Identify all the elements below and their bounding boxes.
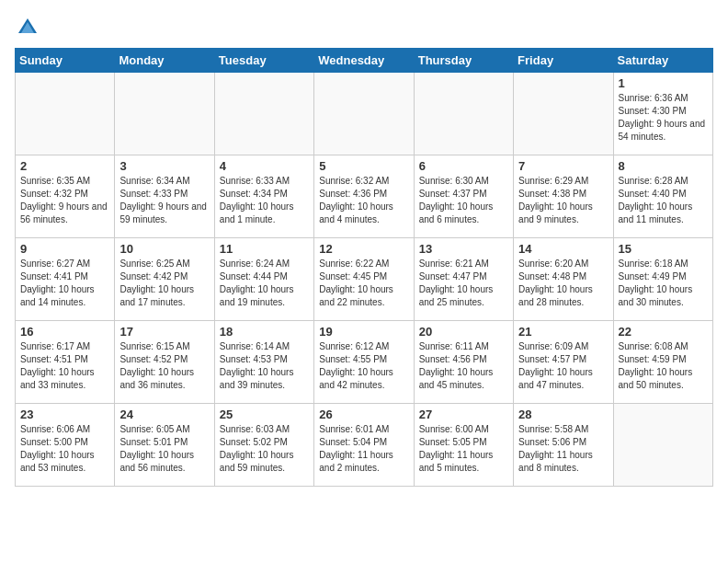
calendar-cell-w1-d2: 4Sunrise: 6:33 AM Sunset: 4:34 PM Daylig… [214,155,313,238]
day-info: Sunrise: 6:22 AM Sunset: 4:45 PM Dayligh… [319,258,408,309]
day-info: Sunrise: 6:33 AM Sunset: 4:34 PM Dayligh… [220,175,309,226]
day-number: 16 [20,325,109,339]
day-info: Sunrise: 6:36 AM Sunset: 4:30 PM Dayligh… [619,92,708,144]
calendar-cell-w4-d0: 23Sunrise: 6:06 AM Sunset: 5:00 PM Dayli… [16,404,115,487]
calendar: SundayMondayTuesdayWednesdayThursdayFrid… [15,48,713,487]
day-number: 3 [119,159,209,173]
day-info: Sunrise: 6:30 AM Sunset: 4:37 PM Dayligh… [419,175,508,226]
header [15,15,713,40]
day-number: 25 [220,408,309,421]
day-info: Sunrise: 6:21 AM Sunset: 4:47 PM Dayligh… [419,258,508,309]
day-number: 21 [518,325,608,339]
day-number: 28 [518,408,608,421]
day-info: Sunrise: 6:20 AM Sunset: 4:48 PM Dayligh… [518,258,608,309]
day-info: Sunrise: 6:25 AM Sunset: 4:42 PM Dayligh… [119,258,209,309]
logo [15,15,44,40]
day-number: 2 [20,159,109,173]
weekday-header-row: SundayMondayTuesdayWednesdayThursdayFrid… [16,49,713,73]
day-info: Sunrise: 6:03 AM Sunset: 5:02 PM Dayligh… [220,423,309,475]
calendar-cell-w4-d2: 25Sunrise: 6:03 AM Sunset: 5:02 PM Dayli… [214,404,313,487]
calendar-cell-w2-d1: 10Sunrise: 6:25 AM Sunset: 4:42 PM Dayli… [115,238,214,321]
calendar-cell-w2-d4: 13Sunrise: 6:21 AM Sunset: 4:47 PM Dayli… [414,238,513,321]
calendar-cell-w1-d1: 3Sunrise: 6:34 AM Sunset: 4:33 PM Daylig… [115,155,214,238]
calendar-cell-w0-d1 [115,73,214,155]
weekday-header-monday: Monday [115,49,214,73]
calendar-cell-w3-d5: 21Sunrise: 6:09 AM Sunset: 4:57 PM Dayli… [514,321,613,404]
calendar-cell-w0-d6: 1Sunrise: 6:36 AM Sunset: 4:30 PM Daylig… [613,73,712,155]
week-row-3: 16Sunrise: 6:17 AM Sunset: 4:51 PM Dayli… [16,321,713,404]
day-info: Sunrise: 6:15 AM Sunset: 4:52 PM Dayligh… [119,340,209,392]
calendar-cell-w4-d5: 28Sunrise: 5:58 AM Sunset: 5:06 PM Dayli… [514,404,613,487]
day-info: Sunrise: 6:29 AM Sunset: 4:38 PM Dayligh… [518,175,608,226]
calendar-cell-w3-d4: 20Sunrise: 6:11 AM Sunset: 4:56 PM Dayli… [414,321,513,404]
day-number: 22 [619,325,708,339]
week-row-2: 9Sunrise: 6:27 AM Sunset: 4:41 PM Daylig… [16,238,713,321]
calendar-cell-w1-d5: 7Sunrise: 6:29 AM Sunset: 4:38 PM Daylig… [514,155,613,238]
calendar-cell-w3-d2: 18Sunrise: 6:14 AM Sunset: 4:53 PM Dayli… [214,321,313,404]
calendar-cell-w4-d3: 26Sunrise: 6:01 AM Sunset: 5:04 PM Dayli… [314,404,414,487]
calendar-cell-w3-d0: 16Sunrise: 6:17 AM Sunset: 4:51 PM Dayli… [16,321,115,404]
day-info: Sunrise: 6:28 AM Sunset: 4:40 PM Dayligh… [619,175,708,226]
day-number: 17 [119,325,209,339]
day-number: 18 [220,325,309,339]
calendar-cell-w2-d2: 11Sunrise: 6:24 AM Sunset: 4:44 PM Dayli… [214,238,313,321]
day-number: 6 [419,159,508,173]
day-number: 7 [518,159,608,173]
day-number: 4 [220,159,309,173]
calendar-cell-w2-d0: 9Sunrise: 6:27 AM Sunset: 4:41 PM Daylig… [16,238,115,321]
weekday-header-sunday: Sunday [16,49,115,73]
day-info: Sunrise: 6:12 AM Sunset: 4:55 PM Dayligh… [319,340,408,392]
calendar-cell-w2-d3: 12Sunrise: 6:22 AM Sunset: 4:45 PM Dayli… [314,238,414,321]
day-info: Sunrise: 5:58 AM Sunset: 5:06 PM Dayligh… [518,423,608,475]
day-info: Sunrise: 6:01 AM Sunset: 5:04 PM Dayligh… [319,423,408,475]
calendar-cell-w0-d3 [314,73,414,155]
day-number: 23 [20,408,109,421]
week-row-1: 2Sunrise: 6:35 AM Sunset: 4:32 PM Daylig… [16,155,713,238]
day-number: 1 [619,76,708,90]
calendar-cell-w1-d6: 8Sunrise: 6:28 AM Sunset: 4:40 PM Daylig… [613,155,712,238]
day-info: Sunrise: 6:17 AM Sunset: 4:51 PM Dayligh… [20,340,109,392]
calendar-cell-w4-d1: 24Sunrise: 6:05 AM Sunset: 5:01 PM Dayli… [115,404,214,487]
calendar-cell-w1-d0: 2Sunrise: 6:35 AM Sunset: 4:32 PM Daylig… [16,155,115,238]
day-number: 24 [119,408,209,421]
day-info: Sunrise: 6:24 AM Sunset: 4:44 PM Dayligh… [220,258,309,309]
day-number: 9 [20,242,109,256]
day-number: 14 [518,242,608,256]
day-number: 13 [419,242,508,256]
calendar-cell-w4-d6 [613,404,712,487]
day-number: 27 [419,408,508,421]
day-info: Sunrise: 6:09 AM Sunset: 4:57 PM Dayligh… [518,340,608,392]
day-number: 26 [319,408,408,421]
calendar-cell-w3-d1: 17Sunrise: 6:15 AM Sunset: 4:52 PM Dayli… [115,321,214,404]
weekday-header-thursday: Thursday [414,49,513,73]
calendar-cell-w1-d4: 6Sunrise: 6:30 AM Sunset: 4:37 PM Daylig… [414,155,513,238]
calendar-cell-w3-d6: 22Sunrise: 6:08 AM Sunset: 4:59 PM Dayli… [613,321,712,404]
weekday-header-saturday: Saturday [613,49,712,73]
day-number: 5 [319,159,408,173]
calendar-cell-w0-d4 [414,73,513,155]
weekday-header-friday: Friday [514,49,613,73]
day-info: Sunrise: 6:32 AM Sunset: 4:36 PM Dayligh… [319,175,408,226]
calendar-cell-w1-d3: 5Sunrise: 6:32 AM Sunset: 4:36 PM Daylig… [314,155,414,238]
calendar-cell-w0-d2 [214,73,313,155]
day-info: Sunrise: 6:05 AM Sunset: 5:01 PM Dayligh… [119,423,209,475]
day-info: Sunrise: 6:06 AM Sunset: 5:00 PM Dayligh… [20,423,109,475]
calendar-cell-w0-d5 [514,73,613,155]
day-number: 12 [319,242,408,256]
day-number: 8 [619,159,708,173]
weekday-header-wednesday: Wednesday [314,49,414,73]
day-info: Sunrise: 6:00 AM Sunset: 5:05 PM Dayligh… [419,423,508,475]
calendar-cell-w4-d4: 27Sunrise: 6:00 AM Sunset: 5:05 PM Dayli… [414,404,513,487]
week-row-0: 1Sunrise: 6:36 AM Sunset: 4:30 PM Daylig… [16,73,713,155]
day-number: 11 [220,242,309,256]
week-row-4: 23Sunrise: 6:06 AM Sunset: 5:00 PM Dayli… [16,404,713,487]
day-info: Sunrise: 6:34 AM Sunset: 4:33 PM Dayligh… [119,175,209,226]
day-info: Sunrise: 6:35 AM Sunset: 4:32 PM Dayligh… [20,175,109,226]
day-number: 19 [319,325,408,339]
logo-icon [15,15,40,40]
calendar-cell-w2-d6: 15Sunrise: 6:18 AM Sunset: 4:49 PM Dayli… [613,238,712,321]
calendar-cell-w3-d3: 19Sunrise: 6:12 AM Sunset: 4:55 PM Dayli… [314,321,414,404]
day-info: Sunrise: 6:18 AM Sunset: 4:49 PM Dayligh… [619,258,708,309]
day-info: Sunrise: 6:11 AM Sunset: 4:56 PM Dayligh… [419,340,508,392]
day-number: 20 [419,325,508,339]
